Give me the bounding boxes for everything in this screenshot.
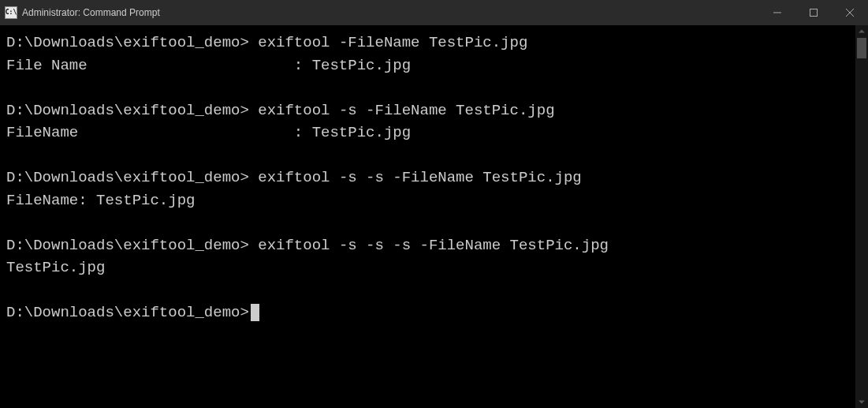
output-line: FileName: TestPic.jpg (6, 189, 855, 212)
prompt: D:\Downloads\exiftool_demo> (6, 237, 258, 254)
client-area: D:\Downloads\exiftool_demo> exiftool -Fi… (0, 25, 868, 408)
prompt: D:\Downloads\exiftool_demo> (6, 102, 258, 119)
output-line (6, 211, 855, 234)
prompt: D:\Downloads\exiftool_demo> (6, 34, 258, 51)
output-line: FileName : TestPic.jpg (6, 122, 855, 144)
chevron-up-icon (859, 28, 865, 35)
maximize-button[interactable] (795, 0, 832, 25)
vertical-scrollbar[interactable] (855, 25, 868, 408)
svg-rect-1 (810, 9, 818, 17)
output-line: TestPic.jpg (6, 256, 855, 279)
chevron-down-icon (859, 399, 865, 405)
window-controls (759, 0, 868, 25)
output-line (6, 77, 855, 99)
scroll-down-button[interactable] (855, 395, 868, 408)
close-icon (846, 9, 854, 17)
output-line (6, 279, 855, 302)
terminal-output[interactable]: D:\Downloads\exiftool_demo> exiftool -Fi… (0, 25, 855, 408)
command-text: exiftool -s -s -FileName TestPic.jpg (258, 169, 581, 186)
maximize-icon (810, 9, 818, 17)
text-cursor (251, 304, 259, 321)
command-text: exiftool -s -FileName TestPic.jpg (258, 102, 554, 119)
output-line (6, 144, 855, 167)
icon-text: C:\ (6, 9, 17, 16)
prompt: D:\Downloads\exiftool_demo> (6, 169, 258, 186)
command-line: D:\Downloads\exiftool_demo> exiftool -Fi… (6, 32, 855, 54)
minimize-icon (773, 9, 781, 17)
window-title: Administrator: Command Prompt (22, 7, 160, 18)
minimize-button[interactable] (759, 0, 795, 25)
scroll-thumb[interactable] (857, 38, 866, 58)
command-line: D:\Downloads\exiftool_demo> exiftool -s … (6, 99, 855, 122)
command-line: D:\Downloads\exiftool_demo> (6, 301, 855, 324)
prompt: D:\Downloads\exiftool_demo> (6, 304, 249, 321)
command-text: exiftool -FileName TestPic.jpg (258, 34, 527, 51)
command-line: D:\Downloads\exiftool_demo> exiftool -s … (6, 167, 855, 189)
command-prompt-window: C:\ Administrator: Command Prompt D:\Dow… (0, 0, 868, 408)
command-text: exiftool -s -s -s -FileName TestPic.jpg (258, 237, 609, 254)
command-prompt-icon: C:\ (5, 6, 17, 19)
titlebar[interactable]: C:\ Administrator: Command Prompt (0, 0, 868, 25)
output-line: File Name : TestPic.jpg (6, 54, 855, 77)
close-button[interactable] (832, 0, 868, 25)
scroll-up-button[interactable] (855, 25, 868, 38)
command-line: D:\Downloads\exiftool_demo> exiftool -s … (6, 234, 855, 257)
